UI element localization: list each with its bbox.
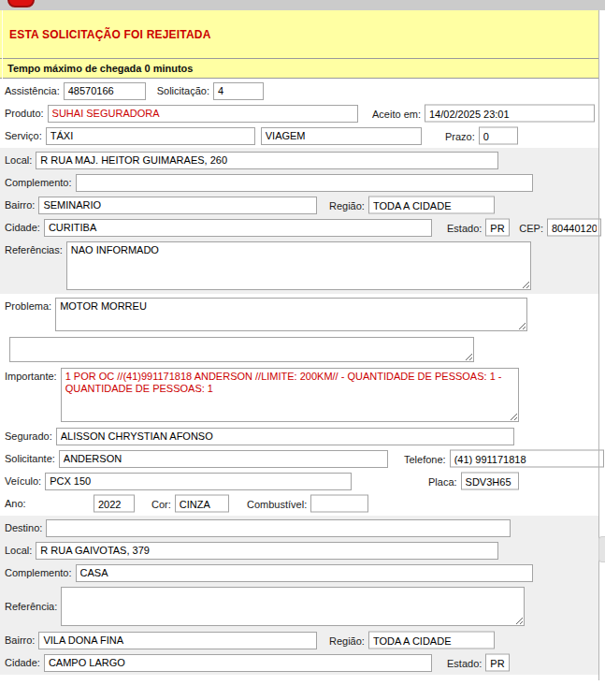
observacao-textarea[interactable] — [9, 337, 474, 362]
aceito-em-input[interactable] — [425, 105, 595, 123]
origin-referencias-row: Referências: NAO INFORMADO — [0, 239, 598, 293]
dest-referencia-label: Referência: — [5, 601, 57, 612]
telefone-label: Telefone: — [404, 453, 446, 464]
origin-complemento-input[interactable] — [76, 174, 533, 192]
dest-complemento-label: Complemento: — [5, 567, 72, 578]
ano-input[interactable] — [94, 495, 135, 513]
origin-cidade-row: Cidade: Estado: CEP: — [0, 216, 598, 239]
destino-input[interactable] — [46, 519, 511, 537]
observacao-row — [0, 334, 598, 365]
veiculo-input[interactable] — [45, 473, 352, 490]
origin-local-label: Local: — [5, 154, 32, 166]
origin-cidade-label: Cidade: — [5, 222, 40, 233]
servico-input[interactable] — [46, 127, 255, 145]
arrival-time-text: Tempo máximo de chegada 0 minutos — [7, 63, 193, 74]
origin-regiao-input[interactable] — [368, 197, 495, 214]
origin-section: Local: Complemento: Bairro: Região: Cida… — [0, 148, 598, 294]
problema-label: Problema: — [5, 298, 51, 312]
placa-label: Placa: — [428, 475, 457, 487]
origin-local-row: Local: — [0, 149, 598, 171]
combustivel-label: Combustível: — [247, 498, 307, 509]
solicitacao-label: Solicitação: — [157, 85, 209, 96]
origin-bairro-label: Bairro: — [5, 199, 35, 211]
dest-complemento-row: Complemento: — [0, 561, 598, 584]
scrollbar-thumb[interactable] — [598, 536, 605, 562]
cor-label: Cor: — [151, 498, 171, 509]
assistance-request-form: ESTA SOLICITAÇÃO FOI REJEITADA Tempo máx… — [0, 10, 598, 694]
servico-row: Serviço: Prazo: — [0, 124, 598, 147]
origin-cep-label: CEP: — [519, 222, 543, 233]
rejected-banner: ESTA SOLICITAÇÃO FOI REJEITADA — [0, 10, 598, 58]
importante-row: Importante: 1 POR OC //(41)991171818 AND… — [0, 365, 598, 425]
produto-input[interactable] — [48, 105, 358, 123]
request-section: Assistência: Solicitação: Produto: Aceit… — [0, 79, 598, 148]
origin-bairro-row: Bairro: Região: — [0, 194, 598, 216]
bottom-filler — [0, 675, 598, 694]
banner-divider — [2, 10, 3, 79]
dest-local-input[interactable] — [36, 542, 498, 560]
dest-cidade-input[interactable] — [44, 654, 432, 672]
problema-textarea[interactable]: MOTOR MORREU — [55, 298, 527, 331]
top-strip — [0, 0, 605, 10]
dest-referencia-row: Referência: — [0, 584, 598, 629]
segurado-label: Segurado: — [5, 430, 52, 442]
telefone-input[interactable] — [450, 450, 604, 468]
origin-local-input[interactable] — [36, 152, 498, 169]
dest-regiao-input[interactable] — [368, 632, 495, 649]
solicitante-input[interactable] — [59, 450, 388, 468]
produto-row: Produto: Aceito em: — [0, 102, 598, 124]
origin-referencias-label: Referências: — [5, 241, 63, 255]
origin-complemento-row: Complemento: — [0, 171, 598, 194]
dest-complemento-input[interactable] — [76, 564, 533, 582]
destino-row: Destino: — [0, 517, 598, 539]
segurado-input[interactable] — [56, 428, 514, 445]
prazo-label: Prazo: — [445, 130, 475, 141]
form-right-border — [598, 10, 599, 680]
servico-tipo-input[interactable] — [261, 127, 422, 145]
solicitante-row: Solicitante: Telefone: — [0, 447, 598, 470]
origin-referencias-textarea[interactable]: NAO INFORMADO — [66, 241, 531, 290]
importante-label: Importante: — [5, 368, 57, 382]
segurado-row: Segurado: — [0, 425, 598, 447]
combustivel-input[interactable] — [310, 495, 368, 513]
origin-estado-input[interactable] — [485, 219, 510, 237]
arrival-time-banner: Tempo máximo de chegada 0 minutos — [0, 58, 598, 79]
details-section: Problema: MOTOR MORREU Importante: 1 POR… — [0, 294, 598, 516]
destino-label: Destino: — [5, 522, 42, 533]
dest-estado-input[interactable] — [485, 654, 510, 672]
solicitante-label: Solicitante: — [5, 453, 55, 464]
origin-cep-input[interactable] — [547, 219, 601, 237]
importante-textarea[interactable]: 1 POR OC //(41)991171818 ANDERSON //LIMI… — [61, 368, 519, 422]
prazo-input[interactable] — [479, 127, 518, 145]
assistencia-label: Assistência: — [5, 85, 60, 96]
dest-bairro-row: Bairro: Região: — [0, 629, 598, 651]
origin-bairro-input[interactable] — [38, 197, 317, 214]
assistencia-input[interactable] — [64, 82, 146, 100]
origin-estado-label: Estado: — [447, 222, 482, 233]
dest-local-row: Local: — [0, 539, 598, 561]
dest-local-label: Local: — [5, 545, 32, 556]
destination-section: Destino: Local: Complemento: Referência:… — [0, 516, 598, 675]
assistencia-row: Assistência: Solicitação: — [0, 80, 598, 102]
ano-cor-combustivel-row: Ano: Cor: Combustível: — [0, 492, 598, 515]
origin-cidade-input[interactable] — [44, 219, 432, 237]
veiculo-label: Veículo: — [5, 475, 41, 487]
dest-bairro-input[interactable] — [38, 632, 317, 649]
solicitacao-input[interactable] — [213, 82, 264, 100]
origin-regiao-label: Região: — [329, 199, 365, 211]
rejected-banner-text: ESTA SOLICITAÇÃO FOI REJEITADA — [9, 28, 211, 41]
dest-estado-label: Estado: — [447, 657, 482, 668]
ano-label: Ano: — [5, 498, 26, 509]
produto-label: Produto: — [5, 108, 44, 119]
red-button-icon — [7, 0, 35, 7]
dest-cidade-row: Cidade: Estado: — [0, 651, 598, 674]
dest-referencia-textarea[interactable] — [61, 587, 525, 626]
cor-input[interactable] — [175, 495, 229, 513]
dest-cidade-label: Cidade: — [5, 657, 40, 668]
dest-bairro-label: Bairro: — [5, 634, 35, 646]
origin-complemento-label: Complemento: — [5, 177, 72, 188]
veiculo-row: Veículo: Placa: — [0, 470, 598, 492]
dest-regiao-label: Região: — [329, 634, 365, 646]
placa-input[interactable] — [461, 473, 519, 490]
aceito-em-label: Aceito em: — [372, 108, 421, 119]
